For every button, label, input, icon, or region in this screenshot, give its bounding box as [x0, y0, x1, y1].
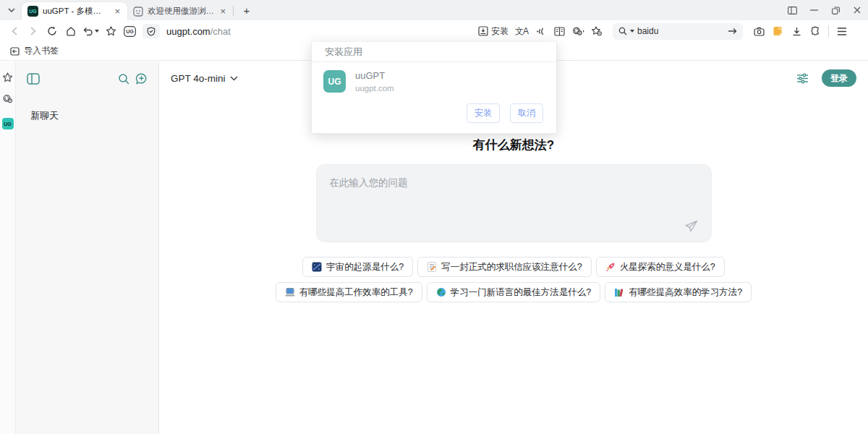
dialog-cancel-button[interactable]: 取消	[510, 103, 543, 123]
suggestion-row: 有哪些提高工作效率的工具? 学习一门新语言的最佳方法是什么? 有哪些提高效率的学…	[311, 282, 716, 302]
suggestion-button[interactable]: 宇宙的起源是什么?	[302, 257, 413, 277]
close-window-button[interactable]	[846, 0, 868, 20]
restore-icon	[832, 7, 840, 14]
message-input[interactable]	[317, 165, 711, 242]
dialog-app-name: uuGPT	[355, 70, 394, 82]
suggestion-button[interactable]: 有哪些提高工作效率的工具?	[276, 282, 422, 302]
suggestion-button[interactable]: 写一封正式的求职信应该注意什么?	[417, 257, 591, 277]
tab-uugpt[interactable]: UG uuGPT - 多模型AI对话 ×	[22, 2, 127, 20]
uugpt-pinned-app-icon[interactable]: UG	[2, 118, 14, 129]
suggestion-button[interactable]: 学习一门新语言的最佳方法是什么?	[427, 282, 600, 302]
suggestion-label: 宇宙的起源是什么?	[326, 261, 404, 273]
back-icon	[12, 27, 17, 35]
browser-window: UG uuGPT - 多模型AI对话 × 欢迎使用傲游浏览器 × +	[0, 0, 868, 434]
site-security-chip[interactable]	[142, 24, 160, 38]
chevron-down-icon	[230, 76, 238, 81]
dialog-body: UG uuGPT uugpt.com	[312, 62, 556, 93]
suggestion-label: 火星探索的意义是什么?	[620, 261, 715, 273]
install-app-dialog: 安装应用 UG uuGPT uugpt.com 安装 取消	[311, 41, 557, 134]
chat-list-item-new-chat[interactable]: 新聊天	[25, 106, 150, 125]
star-gear-icon	[591, 26, 603, 36]
home-button[interactable]	[62, 22, 80, 40]
dialog-title: 安装应用	[312, 42, 556, 62]
search-chats-button[interactable]	[115, 70, 132, 88]
dialog-app-domain: uugpt.com	[355, 84, 394, 93]
favorites-sidebar-button[interactable]	[2, 72, 14, 83]
minimize-button[interactable]	[803, 0, 825, 20]
search-input[interactable]: baidu	[637, 26, 725, 36]
send-button[interactable]	[684, 218, 699, 234]
suggestion-button[interactable]: 火星探索的意义是什么?	[596, 257, 725, 277]
login-button[interactable]: 登录	[822, 69, 856, 87]
rocket-icon	[605, 262, 616, 272]
model-selector-label: GPT 4o-mini	[171, 73, 226, 84]
chevron-down-icon	[95, 30, 99, 33]
restore-button[interactable]	[825, 0, 846, 20]
reload-icon	[47, 26, 57, 36]
globe-icon	[436, 287, 446, 297]
screenshot-button[interactable]	[750, 22, 767, 40]
tab-close-icon[interactable]: ×	[218, 5, 227, 17]
sidebar-toolbar	[25, 70, 150, 88]
tab-welcome[interactable]: 欢迎使用傲游浏览器 ×	[127, 2, 233, 20]
message-composer	[316, 164, 712, 242]
panel-toggle-icon	[27, 73, 40, 85]
import-bookmarks-button[interactable]: 导入书签	[7, 44, 61, 59]
tab-bar: UG uuGPT - 多模型AI对话 × 欢迎使用傲游浏览器 × +	[0, 0, 868, 20]
reload-button[interactable]	[43, 22, 61, 40]
reading-mode-button[interactable]	[550, 22, 568, 40]
main-menu-button[interactable]	[833, 22, 851, 40]
dialog-install-button[interactable]: 安装	[467, 103, 500, 123]
suggestion-label: 有哪些提高工作效率的工具?	[299, 286, 413, 299]
model-selector[interactable]: GPT 4o-mini	[171, 73, 238, 84]
download-icon	[792, 27, 801, 36]
suggestion-label: 有哪些提高效率的学习方法?	[629, 286, 742, 299]
install-app-button[interactable]: 安装	[475, 22, 511, 40]
new-chat-button[interactable]	[132, 70, 150, 88]
book-icon	[554, 27, 565, 36]
toolbar-search-box[interactable]: baidu	[613, 23, 743, 40]
uugpt-app-button[interactable]: UG	[121, 22, 138, 40]
close-icon	[854, 7, 861, 14]
maxthon-sidebar-button[interactable]	[2, 93, 14, 104]
import-bookmarks-label: 导入书签	[24, 45, 59, 57]
favorite-page-button[interactable]	[102, 22, 119, 40]
suggestion-button[interactable]: 有哪些提高效率的学习方法?	[605, 282, 752, 302]
url-path: /chat	[210, 26, 231, 37]
translate-button[interactable]: 文A	[513, 22, 530, 40]
books-icon	[614, 287, 624, 297]
tab-close-icon[interactable]: ×	[113, 5, 122, 17]
browser-toolbar: UG uugpt.com/chat 安装 文A	[0, 20, 868, 42]
split-layout-button[interactable]	[781, 0, 803, 20]
recently-closed-button[interactable]	[81, 22, 101, 40]
url-domain: uugpt.com	[166, 26, 210, 37]
forward-button[interactable]	[25, 22, 42, 40]
back-button[interactable]	[6, 22, 23, 40]
memo-icon	[427, 262, 437, 272]
settings-button[interactable]	[793, 69, 812, 88]
star-icon	[106, 26, 116, 36]
address-bar[interactable]: uugpt.com/chat	[142, 22, 469, 41]
tab-list-chevron-button[interactable]	[3, 2, 20, 18]
read-aloud-button[interactable]	[532, 22, 549, 40]
uugpt-favicon-icon: UG	[27, 6, 38, 17]
undo-arrow-icon	[82, 27, 93, 36]
galaxy-icon	[312, 262, 322, 272]
browser-side-strip: UG	[0, 61, 16, 434]
ug-badge-icon: UG	[124, 26, 136, 37]
new-tab-button[interactable]: +	[238, 1, 255, 19]
extensions-button[interactable]	[807, 22, 824, 40]
minimize-icon	[810, 9, 818, 11]
smiley-favicon-icon	[133, 7, 143, 17]
search-go-icon[interactable]	[728, 27, 737, 35]
assistant-menu-button[interactable]	[569, 22, 587, 40]
search-icon	[618, 27, 627, 35]
downloads-button[interactable]	[788, 22, 805, 40]
dialog-actions: 安装 取消	[467, 103, 543, 123]
suggestion-label: 学习一门新语言的最佳方法是什么?	[451, 286, 591, 299]
install-label: 安装	[491, 25, 509, 38]
collapse-sidebar-button[interactable]	[25, 70, 42, 88]
chevron-down-icon	[8, 8, 15, 12]
favorites-manager-button[interactable]	[588, 22, 605, 40]
notes-button[interactable]	[769, 22, 786, 40]
